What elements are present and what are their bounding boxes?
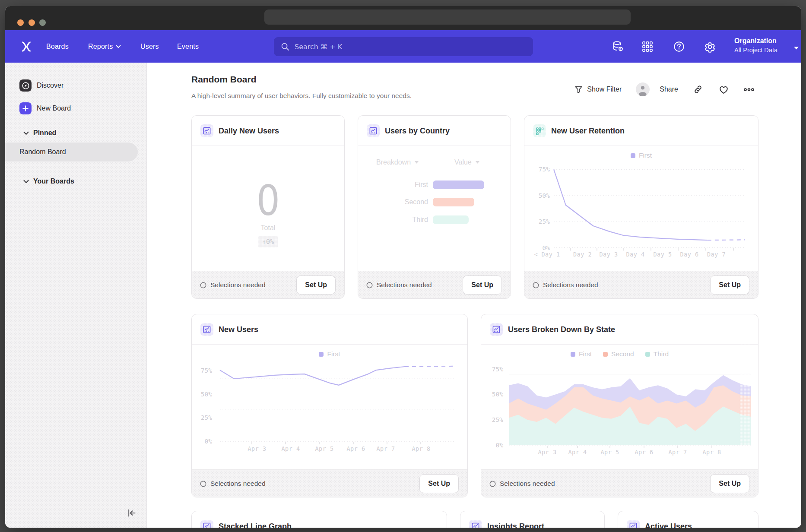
legend-item: Second — [603, 350, 634, 358]
sidebar-item-discover[interactable]: Discover — [19, 79, 63, 92]
more-options-icon[interactable] — [743, 84, 755, 95]
card-footer: Selections needed Set Up — [192, 271, 344, 298]
insights-chart-icon — [627, 520, 640, 528]
legend-swatch — [603, 352, 608, 357]
filter-funnel-icon — [574, 86, 583, 94]
legend-item: First — [571, 350, 592, 358]
insights-chart-icon — [200, 124, 213, 137]
selections-needed-status: Selections needed — [533, 271, 598, 299]
status-circle-icon — [489, 481, 496, 487]
nav-item-users[interactable]: Users — [140, 30, 159, 63]
status-circle-icon — [200, 481, 206, 487]
card-footer: Selections needed Set Up — [481, 469, 758, 497]
settings-gear-icon[interactable] — [702, 39, 717, 54]
card-title: Insights Report — [487, 511, 544, 528]
x-axis-tick-label: Apr 7 — [376, 445, 395, 452]
x-axis-tick-label: Day 3 — [599, 251, 618, 258]
nav-item-boards[interactable]: Boards — [46, 30, 69, 63]
y-axis-tick-label: 25% — [524, 218, 550, 225]
x-axis-tick-label: Apr 5 — [315, 445, 333, 452]
traffic-light-zoom[interactable] — [39, 19, 46, 26]
status-circle-icon — [200, 282, 206, 288]
traffic-light-close[interactable] — [17, 19, 24, 26]
card-body: 0 Total ↑0% — [192, 146, 344, 271]
legend-swatch — [631, 153, 635, 158]
x-axis-tick-label: Apr 4 — [568, 449, 587, 456]
show-filter-button[interactable]: Show Filter — [574, 86, 622, 94]
card-stacked-line-graph: Stacked Line Graph — [191, 511, 447, 528]
board-toolbar: Show Filter Share — [574, 82, 755, 96]
url-bar[interactable] — [264, 10, 631, 25]
sidebar-section-pinned[interactable]: Pinned — [23, 129, 56, 137]
y-axis-tick-label: 50% — [481, 391, 503, 398]
x-axis-tick-label: Apr 3 — [538, 449, 556, 456]
avatar[interactable] — [636, 82, 650, 96]
chevron-down-icon — [23, 180, 29, 184]
y-axis-tick-label: 75% — [192, 367, 212, 374]
breakdown-dropdown[interactable]: Breakdown — [376, 158, 419, 166]
sidebar-collapse-icon[interactable] — [125, 507, 138, 519]
data-management-icon[interactable] — [611, 39, 625, 54]
plus-icon — [19, 102, 32, 114]
chevron-down-icon — [116, 45, 121, 48]
chevron-down-icon — [23, 131, 29, 135]
y-axis-tick-label: 75% — [524, 166, 550, 173]
traffic-light-minimize[interactable] — [29, 19, 35, 26]
x-axis-tick-label: Apr 8 — [412, 445, 430, 452]
y-axis-tick-label: 0% — [481, 442, 503, 449]
card-header: New User Retention — [524, 116, 758, 146]
chart-legend: First — [192, 350, 467, 358]
organization-switcher[interactable]: Organization All Project Data — [734, 36, 777, 54]
favorite-heart-icon[interactable] — [718, 84, 729, 95]
set-up-button[interactable]: Set Up — [463, 276, 502, 294]
page-subtitle: A high-level summary of user behaviors. … — [191, 92, 412, 100]
share-button[interactable]: Share — [660, 86, 678, 93]
apps-grid-icon[interactable] — [640, 39, 655, 54]
legend-swatch — [571, 352, 575, 357]
help-icon[interactable] — [672, 39, 686, 54]
search-icon — [281, 42, 289, 51]
set-up-button[interactable]: Set Up — [419, 474, 459, 493]
x-axis-tick-label: Apr 7 — [668, 449, 687, 456]
insights-chart-icon — [367, 124, 380, 137]
set-up-button[interactable]: Set Up — [710, 474, 749, 493]
sidebar-item-random-board[interactable]: Random Board — [5, 142, 138, 162]
x-axis-tick-label: Apr 5 — [600, 449, 619, 456]
copy-link-icon[interactable] — [692, 84, 704, 95]
y-axis-tick-label: 50% — [192, 391, 212, 398]
metric-value: 0 — [256, 185, 279, 217]
card-header: New Users — [192, 314, 467, 345]
sidebar-item-label: Discover — [37, 82, 63, 89]
x-axis-tick-label: Apr 6 — [635, 449, 653, 456]
card-users-by-state: Users Broken Down By State FirstSecondTh… — [481, 314, 758, 497]
sidebar-section-your-boards[interactable]: Your Boards — [23, 177, 74, 185]
discover-compass-icon — [19, 79, 32, 92]
x-axis-tick-label: Day 2 — [573, 251, 592, 258]
set-up-button[interactable]: Set Up — [710, 276, 749, 294]
x-axis-prefix-label: < — [534, 251, 538, 258]
window-titlebar — [5, 6, 801, 30]
x-axis-tick-label: Apr 3 — [248, 445, 266, 452]
mixpanel-logo-icon[interactable] — [19, 39, 34, 54]
y-axis-tick-label: 0% — [524, 244, 550, 251]
status-circle-icon — [533, 282, 539, 288]
set-up-button[interactable]: Set Up — [296, 276, 336, 294]
x-axis-tick-label: Day 1 — [541, 251, 560, 258]
sidebar: Discover New Board Pinned Random Board Y… — [5, 63, 147, 528]
legend-item: First — [631, 152, 652, 159]
y-axis-tick-label: 25% — [192, 414, 212, 421]
sidebar-item-new-board[interactable]: New Board — [19, 102, 71, 114]
x-axis-tick-label: Day 4 — [626, 251, 644, 258]
card-header: Stacked Line Graph — [192, 511, 447, 528]
value-dropdown[interactable]: Value — [454, 158, 480, 166]
search-placeholder: Search ⌘ + K — [295, 43, 342, 51]
nav-item-events[interactable]: Events — [177, 30, 199, 63]
user-avatar-icon — [636, 82, 650, 96]
card-footer: Selections needed Set Up — [358, 271, 511, 298]
search-input[interactable]: Search ⌘ + K — [274, 37, 533, 56]
x-axis-tick-label: Day 7 — [707, 251, 726, 258]
card-title: Users by Country — [385, 116, 450, 146]
nav-item-reports[interactable]: Reports — [88, 30, 121, 63]
status-circle-icon — [366, 282, 373, 288]
organization-project: All Project Data — [734, 46, 777, 54]
